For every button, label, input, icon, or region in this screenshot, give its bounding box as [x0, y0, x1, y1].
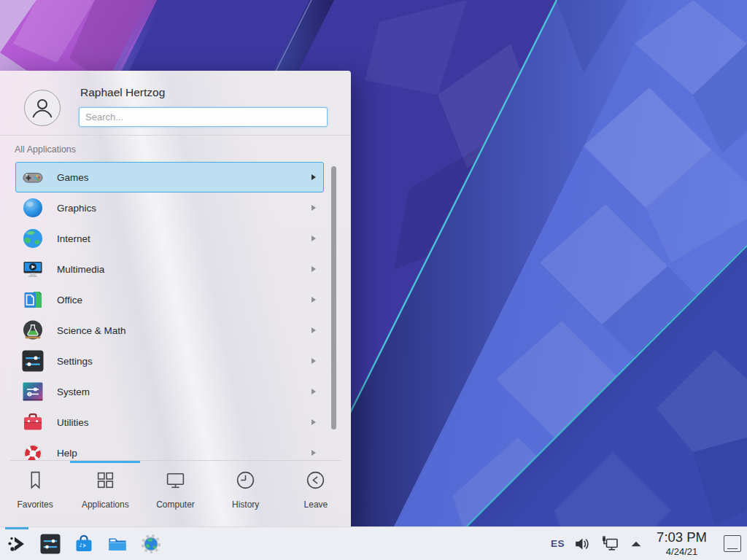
category-utilities[interactable]: Utilities — [15, 407, 324, 438]
tab-leave[interactable]: Leave — [281, 463, 351, 526]
user-icon — [30, 96, 55, 120]
leave-icon — [305, 470, 326, 491]
category-system[interactable]: System — [15, 376, 324, 407]
folder-icon — [107, 533, 128, 555]
submenu-arrow-icon — [311, 266, 316, 272]
category-list: Games Graphics — [0, 162, 351, 460]
user-name: Raphael Hertzog — [80, 86, 165, 99]
expand-tray-icon[interactable] — [628, 536, 644, 552]
submenu-arrow-icon — [311, 450, 316, 456]
sphere-icon — [21, 196, 44, 219]
submenu-arrow-icon — [311, 419, 316, 425]
digital-clock[interactable]: 7:03 PM 4/24/21 — [657, 531, 707, 556]
launcher-tabbar: Favorites Applications Computer — [0, 463, 351, 526]
system-settings-button[interactable] — [39, 530, 61, 558]
system-tray: ES 7:03 PM 4/24/21 — [551, 531, 741, 556]
submenu-arrow-icon — [311, 205, 316, 211]
category-office[interactable]: Office — [15, 284, 324, 315]
sliders-icon — [21, 349, 44, 373]
category-science-math[interactable]: Science & Math — [15, 315, 324, 346]
globe-icon — [21, 227, 44, 250]
documents-icon — [21, 288, 44, 311]
computer-icon — [165, 470, 186, 491]
app-grid-icon — [95, 470, 116, 491]
monitor-play-icon — [21, 257, 44, 281]
active-task-indicator — [5, 527, 28, 529]
file-manager-button[interactable] — [107, 530, 128, 558]
category-help[interactable]: Help — [15, 438, 324, 460]
app-launcher-button[interactable] — [6, 530, 28, 558]
section-label: All Applications — [15, 144, 76, 155]
tab-applications[interactable]: Applications — [70, 463, 140, 526]
category-settings[interactable]: Settings — [15, 346, 324, 376]
system-settings-icon — [39, 533, 61, 555]
clock-date: 4/24/21 — [657, 547, 707, 556]
system-sliders-icon — [21, 380, 44, 403]
category-multimedia[interactable]: Multimedia — [15, 254, 324, 284]
keyboard-layout-indicator[interactable]: ES — [551, 538, 565, 549]
volume-icon[interactable] — [573, 534, 592, 553]
taskbar: ES 7:03 PM 4/24/21 — [0, 526, 747, 560]
toolbox-icon — [21, 411, 44, 434]
clock-icon — [235, 470, 256, 491]
submenu-arrow-icon — [311, 297, 316, 303]
application-launcher-menu: Raphael Hertzog All Applications Games — [0, 71, 351, 526]
tab-favorites[interactable]: Favorites — [0, 463, 70, 526]
launcher-header: Raphael Hertzog — [0, 71, 351, 136]
submenu-arrow-icon — [311, 389, 316, 394]
scrollbar[interactable] — [331, 166, 336, 429]
tab-history[interactable]: History — [211, 463, 281, 526]
category-internet[interactable]: Internet — [15, 223, 324, 254]
tabbar-divider — [10, 460, 341, 461]
kde-launcher-icon — [6, 533, 28, 555]
globe-gear-icon — [140, 533, 162, 555]
clock-time: 7:03 PM — [657, 531, 707, 545]
network-icon[interactable] — [600, 534, 620, 554]
category-graphics[interactable]: Graphics — [15, 192, 324, 223]
gamepad-icon — [21, 166, 44, 189]
show-desktop-button[interactable] — [724, 535, 741, 552]
submenu-arrow-icon — [311, 327, 316, 333]
submenu-arrow-icon — [311, 236, 316, 241]
flask-icon — [21, 319, 44, 342]
category-games[interactable]: Games — [15, 162, 324, 192]
tab-computer[interactable]: Computer — [140, 463, 210, 526]
lifebuoy-icon — [21, 441, 44, 460]
user-avatar[interactable] — [24, 90, 61, 126]
submenu-arrow-icon — [311, 358, 316, 364]
bookmark-icon — [25, 470, 46, 491]
discover-button[interactable] — [73, 530, 95, 558]
desktop: Raphael Hertzog All Applications Games — [0, 0, 747, 560]
search-input[interactable] — [79, 107, 328, 127]
discover-bag-icon — [73, 533, 95, 555]
web-browser-button[interactable] — [140, 530, 162, 558]
submenu-arrow-icon — [311, 174, 316, 180]
